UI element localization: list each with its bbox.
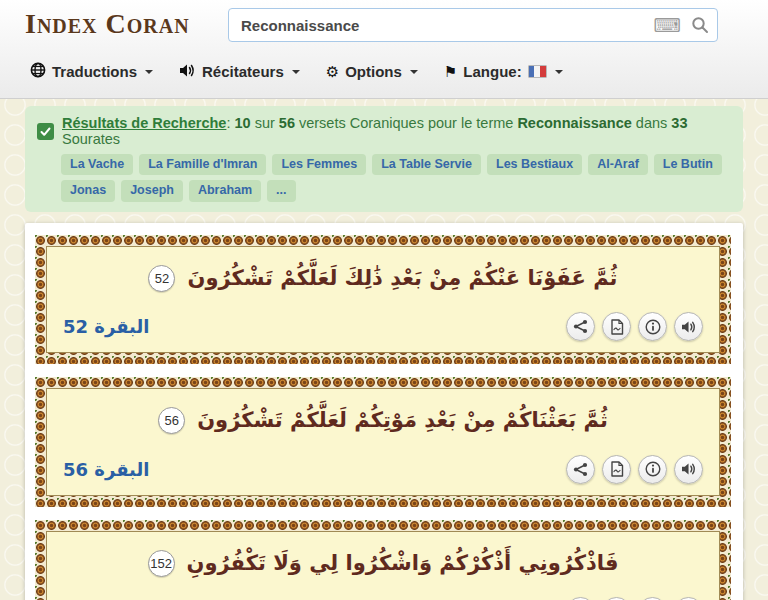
verse-card: 152 فَاذْكُرُونِي أَذْكُرْكُمْ وَاشْكُرُ… <box>35 520 731 600</box>
nav-langue-label: Langue: <box>463 63 521 80</box>
pdf-button[interactable] <box>602 312 631 341</box>
audio-button[interactable] <box>674 455 703 484</box>
verse-card: 52 ثُمَّ عَفَوْنَا عَنْكُمْ مِنْ بَعْدِ … <box>35 235 731 365</box>
chevron-down-icon <box>410 70 418 74</box>
chevron-down-icon <box>145 70 153 74</box>
sourate-count: 33 <box>671 115 687 131</box>
search-term: Reconnaissance <box>517 115 631 131</box>
globe-icon <box>30 62 46 81</box>
surah-tag-list: La Vache La Famille d'Imran Les Femmes L… <box>37 154 731 202</box>
info-button[interactable] <box>638 312 667 341</box>
nav-recitateurs[interactable]: Récitateurs <box>179 63 300 81</box>
nav-langue[interactable]: ⚑ Langue: <box>444 63 563 80</box>
nav-traductions-label: Traductions <box>52 63 137 80</box>
surah-tag[interactable]: Jonas <box>61 180 115 201</box>
results-banner: Résultats de Recherche: 10 sur 56 verset… <box>25 106 743 212</box>
verse-results-panel: 52 ثُمَّ عَفَوْنَا عَنْكُمْ مِنْ بَعْدِ … <box>25 223 743 600</box>
verse-card: 56 ثُمَّ بَعَثْنَاكُمْ مِنْ بَعْدِ مَوْت… <box>35 377 731 507</box>
nav-options-label: Options <box>345 63 402 80</box>
results-summary: Résultats de Recherche: 10 sur 56 verset… <box>37 115 731 147</box>
ayah-number-badge: 56 <box>158 407 185 434</box>
results-title-link[interactable]: Résultats de Recherche <box>62 115 226 131</box>
nav-traductions[interactable]: Traductions <box>30 62 153 81</box>
french-flag-icon <box>528 65 547 78</box>
surah-tag[interactable]: Le Butin <box>654 154 722 175</box>
search-icon[interactable] <box>691 16 709 34</box>
check-icon <box>37 123 54 140</box>
surah-verse-link[interactable]: البقرة 52 <box>63 316 149 337</box>
surah-tag[interactable]: Les Femmes <box>272 154 366 175</box>
chevron-down-icon <box>555 70 563 74</box>
nav-options[interactable]: ⚙ Options <box>326 63 418 80</box>
main-nav: Traductions Récitateurs ⚙ Options ⚑ Lang… <box>30 62 563 81</box>
pdf-button[interactable] <box>602 455 631 484</box>
site-logo[interactable]: Index Coran <box>25 8 190 40</box>
surah-tag[interactable]: La Famille d'Imran <box>139 154 266 175</box>
ayah-number-badge: 52 <box>148 265 175 292</box>
surah-verse-link[interactable]: البقرة 56 <box>63 459 149 480</box>
speaker-icon <box>179 63 196 81</box>
verse-arabic-text: فَاذْكُرُونِي أَذْكُرْكُمْ وَاشْكُرُوا ل… <box>187 548 619 580</box>
surah-tag[interactable]: Joseph <box>121 180 183 201</box>
site-header: Index Coran ⌨ Traductions Récitateurs ⚙ … <box>0 0 768 99</box>
search-input[interactable] <box>241 17 654 34</box>
nav-recitateurs-label: Récitateurs <box>202 63 284 80</box>
gear-icon: ⚙ <box>326 64 339 79</box>
share-button[interactable] <box>566 455 595 484</box>
results-summary-text: Résultats de Recherche: 10 sur 56 verset… <box>62 115 731 147</box>
main-content: Résultats de Recherche: 10 sur 56 verset… <box>0 99 768 600</box>
share-button[interactable] <box>566 312 595 341</box>
surah-tag[interactable]: ... <box>267 180 295 201</box>
info-button[interactable] <box>638 455 667 484</box>
surah-tag[interactable]: Abraham <box>189 180 261 201</box>
verse-arabic-text: ثُمَّ عَفَوْنَا عَنْكُمْ مِنْ بَعْدِ ذَٰ… <box>187 263 617 295</box>
flag-icon: ⚑ <box>444 64 457 79</box>
verse-arabic-text: ثُمَّ بَعَثْنَاكُمْ مِنْ بَعْدِ مَوْتِكُ… <box>197 405 608 437</box>
audio-button[interactable] <box>674 312 703 341</box>
ayah-number-badge: 152 <box>148 550 175 577</box>
surah-tag[interactable]: Al-Araf <box>588 154 648 175</box>
virtual-keyboard-icon[interactable]: ⌨ <box>654 16 681 35</box>
count-total: 56 <box>279 115 295 131</box>
chevron-down-icon <box>292 70 300 74</box>
search-box: ⌨ <box>228 8 718 42</box>
surah-tag[interactable]: La Table Servie <box>372 154 481 175</box>
surah-tag[interactable]: Les Bestiaux <box>487 154 582 175</box>
count-shown: 10 <box>234 115 250 131</box>
surah-tag[interactable]: La Vache <box>61 154 133 175</box>
